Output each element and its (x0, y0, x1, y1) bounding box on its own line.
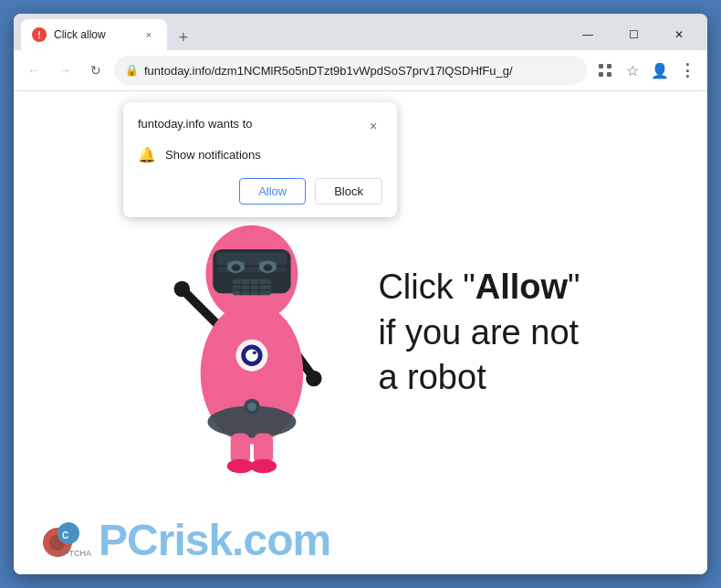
maximize-button[interactable]: ☐ (612, 22, 654, 47)
content-area: funtoday.info wants to × 🔔 Show notifica… (14, 91, 707, 574)
menu-button[interactable]: ⋮ (674, 58, 700, 83)
message-line3: a robot (378, 358, 486, 396)
bell-icon: 🔔 (138, 146, 156, 163)
svg-point-5 (174, 280, 190, 296)
bookmark-button[interactable]: ☆ (620, 58, 645, 83)
svg-rect-3 (607, 72, 611, 77)
tab-close-button[interactable]: × (141, 27, 156, 42)
svg-rect-1 (607, 64, 611, 68)
message-container: Click "Allow" if you are not a robot (378, 265, 580, 400)
captcha-label: CAPTCHA (52, 549, 91, 558)
address-bar[interactable]: 🔒 funtoday.info/dzm1NCMlR5o5nDTzt9b1vWpd… (114, 56, 587, 85)
tab-bar: ! Click allow × + (21, 19, 563, 50)
window-controls: — ☐ ✕ (567, 22, 700, 47)
forward-button[interactable]: → (52, 58, 78, 83)
svg-point-17 (232, 264, 241, 271)
svg-text:C: C (62, 530, 68, 541)
lock-icon: 🔒 (125, 64, 139, 77)
svg-point-34 (250, 458, 277, 473)
new-tab-button[interactable]: + (171, 25, 196, 50)
pcrisk-logo: PCrisk.com (99, 515, 330, 565)
watermark: C CAPTCHA PCrisk.com (41, 515, 330, 565)
popup-close-button[interactable]: × (364, 117, 382, 135)
nav-actions: ☆ 👤 ⋮ (592, 58, 700, 83)
dotcom-text: .com (232, 516, 330, 564)
robot-container (141, 187, 360, 479)
svg-point-18 (264, 264, 273, 271)
message-text: Click "Allow" if you are not a robot (378, 265, 580, 400)
notification-popup: funtoday.info wants to × 🔔 Show notifica… (123, 102, 397, 217)
nav-bar: ← → ↻ 🔒 funtoday.info/dzm1NCMlR5o5nDTzt9… (14, 50, 707, 91)
svg-rect-14 (217, 267, 288, 272)
profile-button[interactable]: 👤 (647, 58, 673, 83)
svg-point-28 (253, 351, 256, 354)
allow-button[interactable]: Allow (239, 178, 306, 205)
svg-point-30 (247, 402, 256, 411)
title-bar: ! Click allow × + — ☐ ✕ (14, 14, 707, 50)
close-button[interactable]: ✕ (658, 22, 700, 47)
svg-point-7 (306, 370, 321, 385)
svg-point-33 (227, 458, 254, 473)
apps-button[interactable] (592, 58, 618, 83)
svg-point-27 (246, 349, 259, 362)
risk-text: risk (158, 516, 232, 564)
refresh-button[interactable]: ↻ (83, 58, 109, 83)
pc-text: PC (99, 516, 158, 564)
svg-rect-0 (599, 64, 603, 68)
popup-header: funtoday.info wants to × (138, 117, 382, 135)
allow-bold: Allow (475, 268, 568, 306)
popup-title: funtoday.info wants to (138, 117, 253, 131)
permission-text: Show notifications (165, 148, 261, 162)
popup-buttons: Allow Block (138, 178, 382, 205)
message-line2: if you are not (378, 313, 579, 352)
address-text: funtoday.info/dzm1NCMlR5o5nDTzt9b1vWpdSo… (144, 64, 576, 78)
popup-permission: 🔔 Show notifications (138, 146, 382, 163)
block-button[interactable]: Block (315, 178, 382, 205)
browser-window: ! Click allow × + — ☐ ✕ ← → ↻ 🔒 funtoday… (14, 14, 707, 574)
back-button[interactable]: ← (21, 58, 47, 83)
svg-rect-19 (233, 278, 272, 294)
robot-illustration (150, 187, 350, 479)
tab-title: Click allow (54, 28, 134, 41)
minimize-button[interactable]: — (567, 22, 609, 47)
tab-favicon: ! (32, 27, 47, 42)
svg-rect-2 (599, 72, 603, 77)
active-tab[interactable]: ! Click allow × (21, 19, 167, 50)
message-line1: Click "Allow" (378, 268, 580, 306)
